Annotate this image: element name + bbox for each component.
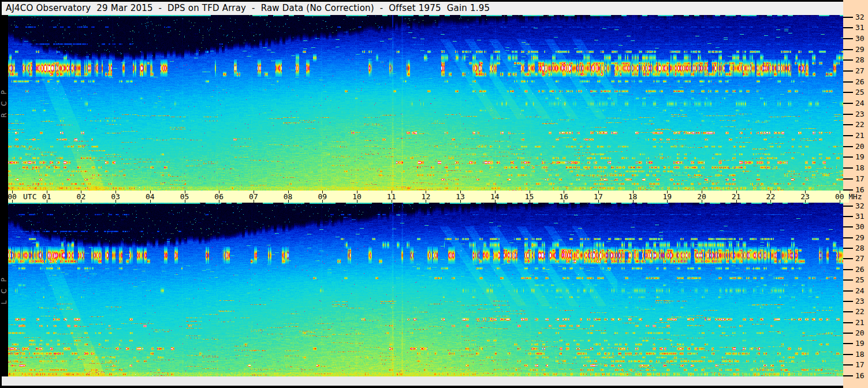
time-tick-label: 04 bbox=[141, 192, 159, 201]
time-tick-label: 14 bbox=[486, 192, 504, 201]
frequency-tick-label: 28 bbox=[855, 244, 865, 252]
frequency-tick bbox=[843, 269, 853, 270]
frequency-tick-label: 30 bbox=[855, 34, 865, 43]
frequency-tick bbox=[843, 364, 853, 365]
time-tick-label: 10 bbox=[348, 192, 366, 201]
time-tick-label: 23 bbox=[796, 192, 814, 201]
frequency-tick-label: 27 bbox=[855, 66, 865, 75]
frequency-tick-label: 27 bbox=[855, 254, 865, 263]
frequency-tick bbox=[843, 301, 853, 302]
frequency-tick bbox=[843, 311, 853, 312]
frequency-tick-label: 29 bbox=[855, 233, 865, 242]
frequency-tick bbox=[843, 70, 853, 72]
time-tick-label: 16 bbox=[555, 192, 572, 201]
frequency-tick bbox=[843, 59, 853, 61]
time-tick-label: 20 bbox=[693, 192, 710, 201]
time-tick-label: 07 bbox=[245, 192, 262, 201]
frequency-tick bbox=[843, 354, 853, 355]
frequency-tick bbox=[843, 375, 853, 376]
time-tick-label: 02 bbox=[72, 192, 90, 201]
frequency-tick bbox=[843, 226, 853, 227]
time-tick-label: 09 bbox=[314, 192, 331, 201]
frequency-tick-label: 31 bbox=[855, 23, 865, 32]
frequency-tick bbox=[843, 146, 853, 147]
frequency-tick-label: 21 bbox=[855, 131, 865, 140]
frequency-tick bbox=[843, 258, 853, 259]
frequency-tick-label: 31 bbox=[855, 212, 865, 221]
lcp-axis-text: L C P bbox=[0, 275, 8, 304]
frequency-tick bbox=[843, 17, 853, 18]
frequency-tick-label: 24 bbox=[855, 286, 865, 295]
frequency-tick-label: 26 bbox=[855, 265, 865, 274]
time-tick-label: 22 bbox=[762, 192, 779, 201]
bottom-margin bbox=[2, 376, 843, 386]
time-tick-label: 00 bbox=[831, 192, 848, 201]
frequency-tick bbox=[843, 333, 853, 334]
time-tick-label: 03 bbox=[107, 192, 124, 201]
spectrogram-rcp bbox=[8, 15, 843, 191]
dps-spectrograph-window: AJ4CO Observatory 29 Mar 2015 - DPS on T… bbox=[0, 0, 868, 388]
time-tick-label: 18 bbox=[624, 192, 642, 201]
frequency-tick bbox=[843, 279, 853, 281]
frequency-tick bbox=[843, 167, 853, 169]
frequency-tick-label: 20 bbox=[855, 329, 865, 337]
spectrogram-lcp bbox=[8, 203, 843, 376]
frequency-tick-label: 19 bbox=[855, 152, 865, 161]
frequency-tick-label: 18 bbox=[855, 163, 865, 172]
time-tick-label: 13 bbox=[452, 192, 469, 201]
frequency-tick bbox=[843, 124, 853, 125]
frequency-tick bbox=[843, 290, 853, 292]
time-tick-label: 17 bbox=[590, 192, 607, 201]
frequency-tick-label: 17 bbox=[855, 174, 865, 183]
frequency-tick bbox=[843, 27, 853, 28]
frequency-tick-label: 23 bbox=[855, 297, 865, 305]
frequency-tick-label: 20 bbox=[855, 142, 865, 151]
frequency-tick-label: 25 bbox=[855, 275, 865, 284]
polarization-label-rcp: R C P bbox=[0, 15, 8, 191]
time-tick-label: 00 bbox=[3, 192, 21, 201]
frequency-tick bbox=[843, 156, 853, 158]
frequency-tick-label: 16 bbox=[855, 371, 865, 380]
frequency-tick bbox=[843, 343, 853, 344]
frequency-tick bbox=[843, 81, 853, 83]
frequency-tick bbox=[843, 216, 853, 217]
frequency-tick-label: 23 bbox=[855, 110, 865, 118]
time-tick-label: 06 bbox=[210, 192, 228, 201]
time-tick-label: 19 bbox=[658, 192, 676, 201]
time-tick-label: 15 bbox=[521, 192, 538, 201]
time-tick-label: 08 bbox=[280, 192, 297, 201]
frequency-tick-label: 19 bbox=[855, 339, 865, 348]
frequency-tick bbox=[843, 135, 853, 136]
frequency-tick-label: 22 bbox=[855, 307, 865, 316]
frequency-tick-label: 24 bbox=[855, 99, 865, 107]
frequency-tick bbox=[843, 92, 853, 93]
frequency-tick-label: 26 bbox=[855, 77, 865, 86]
frequency-tick bbox=[843, 114, 853, 115]
frequency-tick bbox=[843, 322, 853, 323]
title-bar: AJ4CO Observatory 29 Mar 2015 - DPS on T… bbox=[2, 2, 843, 15]
mhz-unit-label: MHz bbox=[848, 192, 862, 201]
frequency-tick-label: 32 bbox=[855, 13, 865, 21]
time-tick-label: 21 bbox=[728, 192, 745, 201]
frequency-tick-label: 22 bbox=[855, 120, 865, 129]
frequency-tick-label: 32 bbox=[855, 202, 865, 210]
frequency-tick bbox=[843, 237, 853, 238]
utc-label: UTC bbox=[23, 192, 46, 201]
frequency-tick-label: 25 bbox=[855, 88, 865, 96]
frequency-tick bbox=[843, 206, 853, 207]
frequency-tick-label: 28 bbox=[855, 55, 865, 64]
time-tick-label: 12 bbox=[417, 192, 434, 201]
frequency-tick-label: 29 bbox=[855, 45, 865, 54]
frequency-tick-label: 17 bbox=[855, 360, 865, 369]
frequency-tick-label: 30 bbox=[855, 222, 865, 231]
frequency-tick-label: 18 bbox=[855, 350, 865, 359]
frequency-tick-label: 21 bbox=[855, 318, 865, 327]
frequency-tick bbox=[843, 49, 853, 50]
polarization-label-lcp: L C P bbox=[0, 203, 8, 376]
frequency-tick bbox=[843, 38, 853, 39]
time-tick-label: 11 bbox=[383, 192, 400, 201]
observation-title: AJ4CO Observatory 29 Mar 2015 - DPS on T… bbox=[6, 3, 490, 13]
time-tick-label: 05 bbox=[176, 192, 193, 201]
rcp-axis-text: R C P bbox=[0, 88, 8, 118]
time-axis: 0001020304050607080910111213141516171819… bbox=[8, 191, 849, 203]
